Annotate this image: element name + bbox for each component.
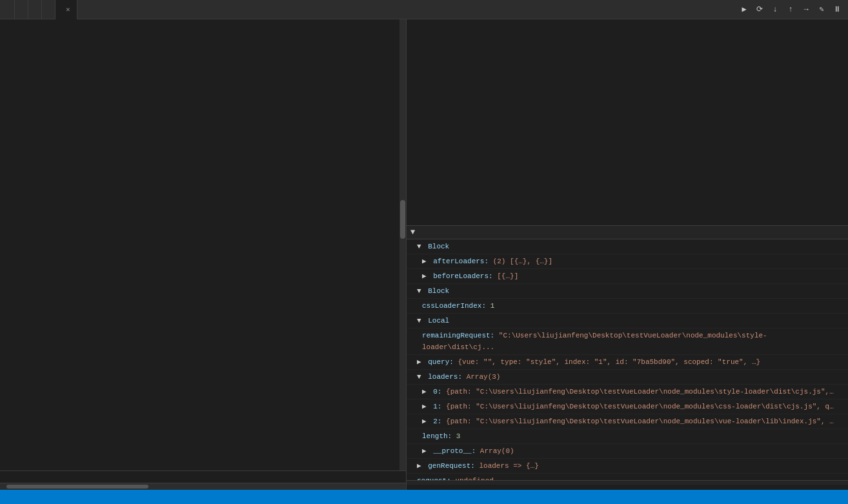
breakpoints-section[interactable] xyxy=(407,480,848,485)
debug-pause-btn[interactable]: ⏸ xyxy=(830,3,844,17)
scope-afterloaders[interactable]: ▶ afterLoaders: (2) [{…}, {…}] xyxy=(407,254,848,269)
long-path-bar xyxy=(0,470,406,483)
scope-cssloaderindex-key: cssLoaderIndex: xyxy=(422,302,490,310)
debug-stepinto-btn[interactable]: ↑ xyxy=(783,3,798,17)
scope-query-key: query: xyxy=(428,358,458,366)
scope-block2-header[interactable]: ▼ Block xyxy=(407,284,848,299)
vertical-scrollbar[interactable] xyxy=(399,19,406,470)
expand-arrow7: ▼ xyxy=(417,373,421,381)
scope-loader0-val: {path: "C:\Users\liujianfeng\Desktop\tes… xyxy=(446,388,834,396)
debug-refresh-btn[interactable]: ⟳ xyxy=(752,3,767,17)
code-lines xyxy=(27,19,399,470)
scope-length-val: 3 xyxy=(456,432,461,440)
scope-query-val: {vue: "", type: "style", index: "1", id:… xyxy=(458,358,760,366)
scope-loader0-key: 0: xyxy=(433,388,446,396)
scope-beforeloaders-val: [{…}] xyxy=(497,272,518,280)
main-area: ▼ ▼ Block ▶ afterLoaders: (2) [{…}, {…}]… xyxy=(0,19,848,490)
scope-cssloaderindex[interactable]: cssLoaderIndex: 1 xyxy=(407,299,848,314)
scope-proto-val: Array(0) xyxy=(480,447,514,455)
editor-panel xyxy=(0,19,407,490)
scope-length: length: 3 xyxy=(407,429,848,444)
scope-local-header[interactable]: ▼ Local xyxy=(407,314,848,328)
close-icon[interactable]: ✕ xyxy=(66,5,70,14)
debug-panel-right: ▼ ▼ Block ▶ afterLoaders: (2) [{…}, {…}]… xyxy=(407,19,848,490)
expand-arrow5: ▼ xyxy=(417,317,421,325)
scope-block1-header[interactable]: ▼ Block xyxy=(407,239,848,254)
scope-loader2-val: {path: "C:\Users\liujianfeng\Desktop\tes… xyxy=(446,418,834,425)
scope-loader1[interactable]: ▶ 1: {path: "C:\Users\liujianfeng\Deskto… xyxy=(407,399,848,414)
scope-block2-label: Block xyxy=(428,287,449,295)
scope-genrequest[interactable]: ▶ genRequest: loaders => {…} xyxy=(407,459,848,474)
debug-stepout-btn[interactable]: → xyxy=(799,3,813,17)
scope-genrequest-key: genRequest: xyxy=(428,462,479,470)
expand-arrow11: ▶ xyxy=(422,447,427,455)
expand-arrow10: ▶ xyxy=(422,418,427,425)
scope-loader2[interactable]: ▶ 2: {path: "C:\Users\liujianfeng\Deskto… xyxy=(407,414,848,429)
expand-arrow6: ▶ xyxy=(417,358,421,366)
debug-edit-btn[interactable]: ✎ xyxy=(814,3,829,17)
tab-pitcher[interactable]: ✕ xyxy=(56,0,77,19)
tab-util[interactable] xyxy=(15,0,28,19)
expand-arrow2: ▶ xyxy=(422,257,427,265)
scope-remaining-request[interactable]: remainingRequest: "C:\Users\liujianfeng\… xyxy=(407,328,848,355)
scope-loaders-key: loaders: xyxy=(428,373,466,381)
scope-request: request: undefined xyxy=(407,474,848,480)
tab-bar: ✕ ▶ ⟳ ↓ ↑ → ✎ ⏸ xyxy=(0,0,848,19)
scope-loaders-val: Array(3) xyxy=(467,373,501,381)
scope-section: ▼ ▼ Block ▶ afterLoaders: (2) [{…}, {…}]… xyxy=(407,226,848,480)
scope-local-label: Local xyxy=(428,317,449,325)
scope-triangle: ▼ xyxy=(410,228,415,237)
expand-arrow3: ▶ xyxy=(422,272,427,280)
scope-proto[interactable]: ▶ __proto__: Array(0) xyxy=(407,444,848,459)
status-bar xyxy=(0,490,848,504)
breakpoints-content xyxy=(407,485,848,490)
scope-header[interactable]: ▼ xyxy=(407,226,848,239)
expand-arrow: ▼ xyxy=(417,243,421,250)
scroll-thumb[interactable] xyxy=(400,200,405,239)
expand-arrow8: ▶ xyxy=(422,388,427,396)
tab-webpack[interactable] xyxy=(42,0,56,19)
code-scroll-area xyxy=(0,19,406,470)
h-scroll-thumb[interactable] xyxy=(6,485,148,489)
debug-stepover-btn[interactable]: ↓ xyxy=(768,3,782,17)
scope-beforeloaders-key: beforeLoaders: xyxy=(433,272,497,280)
scope-cssloaderindex-val: 1 xyxy=(490,302,495,310)
scope-loader0[interactable]: ▶ 0: {path: "C:\Users\liujianfeng\Deskto… xyxy=(407,385,848,399)
scope-loader2-key: 2: xyxy=(433,418,446,425)
expand-arrow12: ▶ xyxy=(417,462,421,470)
expand-arrow4: ▼ xyxy=(417,287,421,295)
tab-loaders[interactable] xyxy=(1,0,15,19)
scope-afterloaders-key: afterLoaders: xyxy=(433,257,492,265)
scope-remaining-key: remainingRequest: xyxy=(422,332,499,339)
horizontal-scrollbar[interactable] xyxy=(0,483,406,490)
scope-beforeloaders[interactable]: ▶ beforeLoaders: [{…}] xyxy=(407,269,848,284)
scope-genrequest-val: loaders => {…} xyxy=(479,462,538,470)
scope-query[interactable]: ▶ query: {vue: "", type: "style", index:… xyxy=(407,355,848,370)
scope-proto-key: __proto__: xyxy=(433,447,480,455)
scope-afterloaders-val: (2) [{…}, {…}] xyxy=(493,257,552,265)
call-stack xyxy=(407,19,848,226)
scope-loaders-header[interactable]: ▼ loaders: Array(3) xyxy=(407,370,848,385)
line-numbers xyxy=(0,19,27,470)
expand-arrow9: ▶ xyxy=(422,403,427,410)
tab-validators[interactable] xyxy=(28,0,42,19)
scope-block1-label: Block xyxy=(428,243,449,250)
scope-loader1-val: {path: "C:\Users\liujianfeng\Desktop\tes… xyxy=(446,403,834,410)
scope-loader1-key: 1: xyxy=(433,403,446,410)
scope-length-key: length: xyxy=(422,432,456,440)
debug-continue-btn[interactable]: ▶ xyxy=(737,3,751,17)
